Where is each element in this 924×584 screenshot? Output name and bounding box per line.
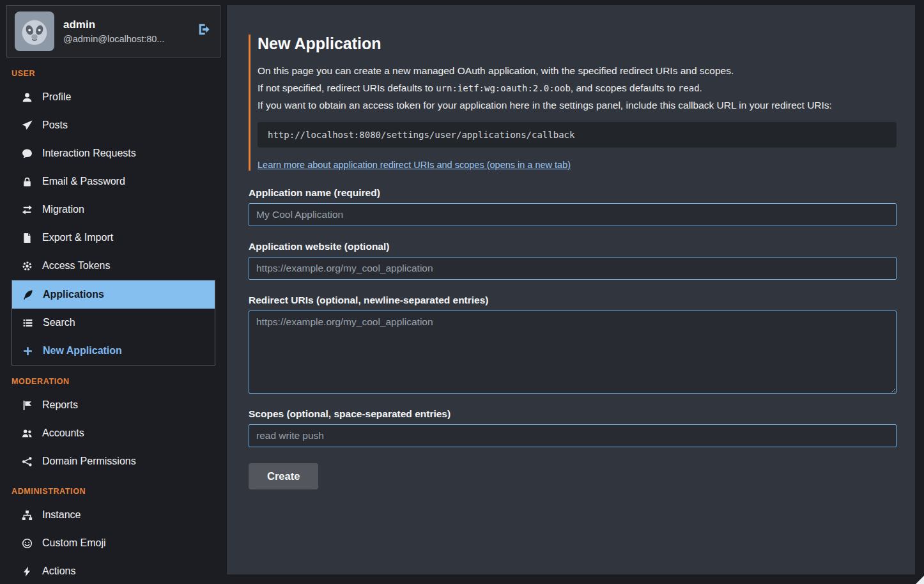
lock-icon — [21, 176, 33, 187]
page-title: New Application — [258, 35, 897, 53]
create-button[interactable]: Create — [249, 463, 318, 489]
redirect-uris-label: Redirect URIs (optional, newline-separat… — [249, 295, 897, 306]
sidebar-item-custom-emoji[interactable]: Custom Emoji — [12, 529, 215, 557]
sidebar-item-label: Access Tokens — [42, 259, 110, 272]
callback-url: http://localhost:8080/settings/user/appl… — [268, 130, 574, 140]
sidebar-item-domain-permissions[interactable]: Domain Permissions — [12, 447, 215, 475]
intro-line-2-pre: If not specified, redirect URIs defaults… — [258, 82, 436, 93]
sidebar-item-label: Email & Password — [42, 175, 125, 188]
applications-group: Applications Search New Application — [12, 280, 215, 365]
network-nodes-icon — [21, 456, 33, 467]
sidebar-item-email-password[interactable]: Email & Password — [12, 167, 215, 196]
sidebar-item-reports[interactable]: Reports — [12, 391, 215, 419]
sidebar-item-migration[interactable]: Migration — [12, 196, 215, 224]
callback-url-codeblock: http://localhost:8080/settings/user/appl… — [258, 122, 897, 148]
sidebar: admin @admin@localhost:80... USER Profil… — [0, 0, 227, 584]
sidebar-item-label: Posts — [42, 119, 68, 132]
intro-line-3: If you want to obtain an access token fo… — [258, 98, 897, 113]
sidebar-item-label: Domain Permissions — [42, 455, 136, 468]
applications-submenu: Search New Application — [12, 309, 215, 365]
sidebar-item-label: Applications — [43, 288, 104, 301]
intro-line-2-post: . — [700, 82, 702, 93]
sidebar-item-applications[interactable]: Applications — [12, 280, 215, 309]
application-website-input[interactable] — [249, 257, 897, 280]
application-name-label: Application name (required) — [249, 187, 897, 199]
file-export-icon — [21, 233, 33, 243]
redirect-uris-textarea[interactable] — [249, 311, 897, 394]
sidebar-item-profile[interactable]: Profile — [12, 83, 215, 111]
application-website-label: Application website (optional) — [249, 241, 897, 252]
scopes-input[interactable] — [249, 424, 897, 447]
users-icon — [21, 428, 33, 439]
sidebar-item-new-application[interactable]: New Application — [12, 337, 215, 365]
learn-more-link[interactable]: Learn more about application redirect UR… — [258, 160, 571, 170]
bolt-icon — [21, 566, 33, 577]
intro-line-2-mid: , and scopes defaults to — [571, 82, 678, 93]
user-name: admin — [63, 19, 164, 31]
user-icon — [21, 92, 33, 103]
intro-line-1: On this page you can create a new manage… — [258, 63, 897, 79]
sidebar-item-access-tokens[interactable]: Access Tokens — [12, 252, 215, 280]
sidebar-item-label: Search — [43, 316, 75, 329]
user-handle: @admin@localhost:80... — [63, 34, 164, 44]
flag-icon — [21, 400, 33, 411]
application-name-field: Application name (required) — [249, 187, 897, 226]
sidebar-item-label: New Application — [43, 344, 122, 357]
section-title-moderation: MODERATION — [12, 377, 215, 386]
sidebar-item-posts[interactable]: Posts — [12, 111, 215, 139]
paper-plane-icon — [21, 120, 33, 131]
sitemap-icon — [21, 510, 33, 521]
sidebar-item-label: Export & Import — [42, 231, 113, 244]
gear-icon — [21, 261, 33, 272]
comment-icon — [21, 148, 33, 159]
sidebar-item-instance[interactable]: Instance — [12, 501, 215, 529]
avatar — [15, 12, 54, 51]
sidebar-item-label: Reports — [42, 399, 78, 411]
sidebar-item-export-import[interactable]: Export & Import — [12, 224, 215, 252]
user-card[interactable]: admin @admin@localhost:80... — [6, 5, 220, 58]
plus-icon — [22, 346, 33, 357]
sidebar-item-actions[interactable]: Actions — [12, 557, 215, 584]
main-wrap: New Application On this page you can cre… — [227, 0, 924, 584]
intro-line-2: If not specified, redirect URIs defaults… — [258, 81, 897, 96]
intro-block: New Application On this page you can cre… — [249, 35, 897, 171]
sidebar-item-applications-search[interactable]: Search — [12, 309, 215, 337]
list-icon — [22, 318, 33, 328]
section-title-user: USER — [12, 69, 215, 78]
feather-icon — [22, 289, 33, 300]
logout-icon[interactable] — [197, 22, 212, 39]
sidebar-item-label: Accounts — [42, 427, 84, 440]
inline-code-read: read — [678, 83, 700, 93]
section-title-administration: ADMINISTRATION — [12, 487, 215, 496]
application-name-input[interactable] — [249, 203, 897, 226]
sidebar-item-label: Interaction Requests — [42, 147, 136, 160]
redirect-uris-field: Redirect URIs (optional, newline-separat… — [249, 295, 897, 394]
sidebar-item-label: Profile — [42, 91, 71, 104]
application-website-field: Application website (optional) — [249, 241, 897, 280]
user-info: admin @admin@localhost:80... — [63, 19, 164, 44]
scopes-label: Scopes (optional, space-separated entrie… — [249, 408, 897, 420]
new-application-form: Application name (required) Application … — [249, 187, 897, 489]
sidebar-item-label: Custom Emoji — [42, 537, 106, 549]
exchange-arrows-icon — [21, 204, 33, 215]
sidebar-item-interaction-requests[interactable]: Interaction Requests — [12, 139, 215, 167]
sidebar-item-label: Instance — [42, 509, 81, 521]
scopes-field: Scopes (optional, space-separated entrie… — [249, 408, 897, 447]
sidebar-item-accounts[interactable]: Accounts — [12, 419, 215, 447]
new-application-panel: New Application On this page you can cre… — [227, 5, 915, 574]
smiley-icon — [21, 538, 33, 549]
sidebar-item-label: Migration — [42, 203, 84, 216]
inline-code-oob: urn:ietf:wg:oauth:2.0:oob — [436, 83, 571, 93]
sidebar-item-label: Actions — [42, 565, 75, 578]
resize-grip[interactable] — [916, 576, 924, 584]
